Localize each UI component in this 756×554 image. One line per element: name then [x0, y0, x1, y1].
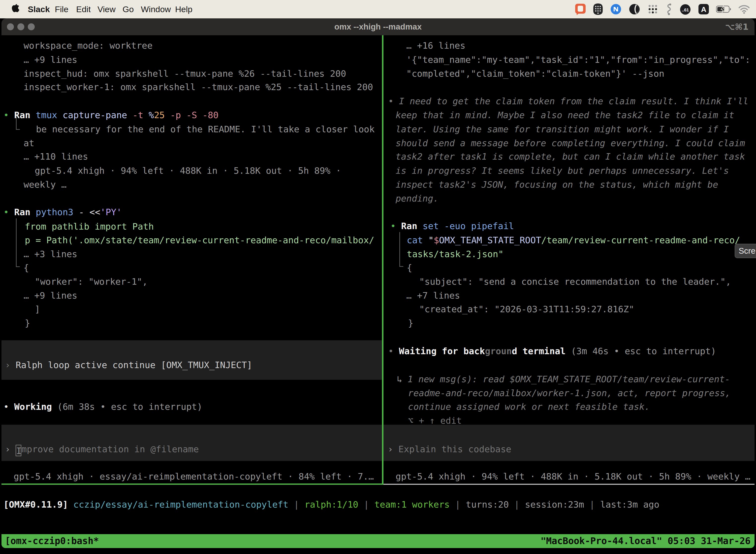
terminal-line: keep that in mind. Maybe I also need the… — [396, 108, 734, 122]
terminal-line: … +16 lines — [406, 39, 465, 53]
menu-item-slack[interactable]: Slack — [28, 0, 50, 18]
terminal-line: { — [23, 261, 29, 275]
terminal-line: continue assigned work or next feasible … — [408, 400, 650, 414]
terminal-line: [OMX#0.11.9] cczip/essay/ai-reimplementa… — [3, 497, 659, 511]
terminal-line: gpt-5.4 xhigh · 94% left · 488K in · 5.1… — [396, 469, 750, 484]
menu-item-view[interactable]: View — [98, 0, 116, 18]
menu-bar: SlackFileEditViewGoWindowHelp ..61 A — [0, 0, 756, 18]
pane-divider — [382, 35, 383, 484]
connector-line — [399, 266, 403, 267]
contrast-app-icon[interactable] — [629, 3, 640, 15]
wifi-icon[interactable] — [738, 4, 750, 14]
hook-icon[interactable] — [665, 3, 673, 15]
terminal-line: is in progress? It seems likely but perh… — [396, 164, 729, 178]
terminal-line: '{"team_name":"my-team","task_id":"1","f… — [406, 53, 750, 67]
terminal-line: … +9 lines — [23, 53, 77, 67]
terminal-line: cat "$OMX_TEAM_STATE_ROOT/team/review-cu… — [407, 233, 740, 247]
left-pane-border — [1, 484, 383, 485]
connector-line — [399, 232, 400, 267]
menubar-status-icons: ..61 A — [575, 0, 750, 18]
terminal-line: ] — [35, 302, 40, 316]
terminal-line: … +7 lines — [406, 288, 460, 302]
input-source-icon[interactable]: A — [698, 3, 709, 15]
terminal-line: … +110 lines — [23, 150, 88, 164]
terminal-line: • Working (6m 38s • esc to interrupt) — [3, 400, 202, 414]
bolt-app-icon[interactable] — [610, 3, 622, 15]
terminal-line: … +9 lines — [23, 288, 77, 302]
window-title: omx --xhigh --madmax — [0, 18, 756, 35]
terminal-line: workspace_mode: worktree — [23, 39, 152, 53]
terminal-line: "subject": "send a concise recommendatio… — [419, 275, 731, 289]
terminal-line: "created_at": "2026-03-31T11:59:27.816Z" — [419, 302, 634, 316]
terminal-line: should send a message before completing … — [396, 136, 745, 150]
terminal-line: › Ralph loop active continue [OMX_TMUX_I… — [5, 358, 252, 372]
tmux-session-label: [omx-cczip0:bash* — [5, 534, 99, 548]
terminal-line: tasks/task-2.json" — [407, 247, 504, 261]
terminal-line: inspect_hud: omx sparkshell --tmux-pane … — [23, 66, 346, 81]
screen-share-tooltip: Scre — [735, 244, 756, 258]
keypad-icon[interactable] — [593, 3, 603, 15]
tmux-status-bar: [omx-cczip0:bash* "MacBook-Pro-44.local"… — [1, 534, 755, 548]
battery-icon[interactable] — [716, 5, 732, 13]
terminal-line: task2 after task1 is complete, but can I… — [396, 150, 745, 164]
svg-text:A: A — [701, 5, 706, 13]
terminal-line: at — [23, 136, 34, 150]
connector-line — [16, 129, 20, 130]
connector-line — [16, 218, 17, 267]
terminal-line: p = Path('.omx/state/team/review-current… — [25, 233, 374, 247]
terminal-line: readme-and-reco/mailbox/worker-1.json, a… — [408, 386, 731, 400]
apple-icon — [11, 4, 19, 14]
right-pane-border — [383, 484, 755, 485]
dots-grid-icon[interactable] — [647, 3, 658, 15]
terminal-line: pending. — [396, 191, 439, 206]
terminal-line: inspect task2's JSON, focusing on the st… — [396, 177, 718, 191]
terminal-line: • Ran set -euo pipefail — [390, 219, 514, 233]
terminal-line: "worker": "worker-1", — [35, 275, 147, 289]
badge-61-icon[interactable]: ..61 — [679, 3, 691, 15]
svg-text:..61: ..61 — [682, 8, 689, 12]
menu-item-window[interactable]: Window — [141, 0, 171, 18]
menu-item-help[interactable]: Help — [175, 0, 192, 18]
terminal-line: • I need to get the claim token from the… — [388, 94, 748, 108]
terminal-line: • Ran python3 - <<'PY' — [3, 205, 122, 219]
terminal-line: gpt-5.4 xhigh · essay/ai-reimplementatio… — [14, 469, 374, 484]
terminal-line: › Explain this codebase — [388, 442, 511, 456]
terminal-line: } — [408, 316, 414, 330]
terminal-line: "completed","claim_token":"claim-token"}… — [406, 66, 664, 81]
connector-line — [16, 266, 20, 267]
terminal-line: • Ran tmux capture-pane -t %25 -p -S -80 — [3, 108, 218, 122]
terminal-line: … +3 lines — [23, 247, 77, 261]
tmux-host-clock: "MacBook-Pro-44.local" 05:03 31-Mar-26 — [541, 534, 751, 548]
window-shortcut-hint: ⌥⌘1 — [725, 18, 749, 35]
terminal-line: inspect_worker-1: omx sparkshell --tmux-… — [23, 80, 373, 94]
terminal-line: later. Using the same for transition mig… — [396, 122, 729, 136]
terminal-line: be necessary for the end of the README. … — [36, 122, 375, 136]
terminal-line: { — [407, 261, 412, 275]
terminal-line: › Improve documentation in @filename — [5, 442, 199, 456]
screen-share-icon[interactable] — [575, 3, 586, 15]
terminal-line: ↳ 1 new msg(s): read $OMX_TEAM_STATE_ROO… — [397, 372, 730, 386]
terminal-line: ⌥ + ↑ edit — [408, 413, 462, 428]
menu-item-file[interactable]: File — [55, 0, 68, 18]
apple-menu[interactable] — [11, 4, 19, 15]
terminal-line: weekly … — [23, 177, 66, 191]
terminal-line: • Waiting for background terminal (3m 46… — [388, 344, 716, 358]
terminal-line: from pathlib import Path — [25, 219, 154, 233]
menu-item-edit[interactable]: Edit — [76, 0, 91, 18]
menu-item-go[interactable]: Go — [123, 0, 134, 18]
terminal-line: } — [25, 316, 30, 330]
terminal-line: gpt-5.4 xhigh · 94% left · 488K in · 5.1… — [35, 164, 341, 178]
